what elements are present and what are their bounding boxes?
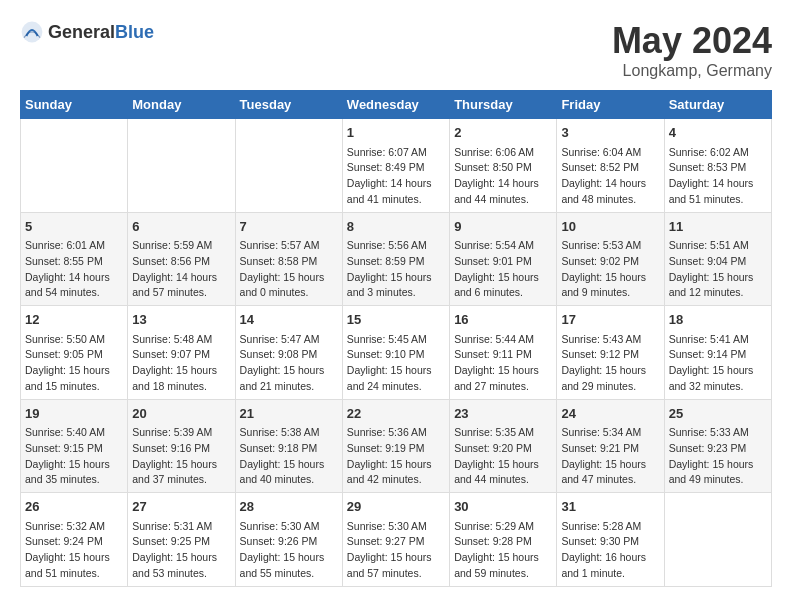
cell-content: Sunrise: 5:45 AMSunset: 9:10 PMDaylight:… bbox=[347, 332, 445, 395]
day-number: 24 bbox=[561, 404, 659, 424]
calendar-table: SundayMondayTuesdayWednesdayThursdayFrid… bbox=[20, 90, 772, 587]
header-saturday: Saturday bbox=[664, 91, 771, 119]
cell-content: Sunrise: 5:33 AMSunset: 9:23 PMDaylight:… bbox=[669, 425, 767, 488]
day-number: 3 bbox=[561, 123, 659, 143]
day-number: 13 bbox=[132, 310, 230, 330]
calendar-cell: 17Sunrise: 5:43 AMSunset: 9:12 PMDayligh… bbox=[557, 306, 664, 400]
day-number: 25 bbox=[669, 404, 767, 424]
cell-content: Sunrise: 5:31 AMSunset: 9:25 PMDaylight:… bbox=[132, 519, 230, 582]
cell-content: Sunrise: 6:01 AMSunset: 8:55 PMDaylight:… bbox=[25, 238, 123, 301]
day-number: 11 bbox=[669, 217, 767, 237]
cell-content: Sunrise: 5:35 AMSunset: 9:20 PMDaylight:… bbox=[454, 425, 552, 488]
header-sunday: Sunday bbox=[21, 91, 128, 119]
day-number: 18 bbox=[669, 310, 767, 330]
logo-general: General bbox=[48, 22, 115, 42]
calendar-cell: 1Sunrise: 6:07 AMSunset: 8:49 PMDaylight… bbox=[342, 119, 449, 213]
cell-content: Sunrise: 5:36 AMSunset: 9:19 PMDaylight:… bbox=[347, 425, 445, 488]
calendar-cell: 3Sunrise: 6:04 AMSunset: 8:52 PMDaylight… bbox=[557, 119, 664, 213]
day-number: 20 bbox=[132, 404, 230, 424]
day-number: 2 bbox=[454, 123, 552, 143]
cell-content: Sunrise: 5:53 AMSunset: 9:02 PMDaylight:… bbox=[561, 238, 659, 301]
day-number: 8 bbox=[347, 217, 445, 237]
cell-content: Sunrise: 5:28 AMSunset: 9:30 PMDaylight:… bbox=[561, 519, 659, 582]
calendar-cell: 25Sunrise: 5:33 AMSunset: 9:23 PMDayligh… bbox=[664, 399, 771, 493]
day-number: 4 bbox=[669, 123, 767, 143]
main-title: May 2024 bbox=[612, 20, 772, 62]
subtitle: Longkamp, Germany bbox=[612, 62, 772, 80]
calendar-cell: 7Sunrise: 5:57 AMSunset: 8:58 PMDaylight… bbox=[235, 212, 342, 306]
day-number: 14 bbox=[240, 310, 338, 330]
calendar-cell: 2Sunrise: 6:06 AMSunset: 8:50 PMDaylight… bbox=[450, 119, 557, 213]
day-number: 5 bbox=[25, 217, 123, 237]
cell-content: Sunrise: 5:39 AMSunset: 9:16 PMDaylight:… bbox=[132, 425, 230, 488]
cell-content: Sunrise: 5:57 AMSunset: 8:58 PMDaylight:… bbox=[240, 238, 338, 301]
calendar-cell: 11Sunrise: 5:51 AMSunset: 9:04 PMDayligh… bbox=[664, 212, 771, 306]
cell-content: Sunrise: 5:40 AMSunset: 9:15 PMDaylight:… bbox=[25, 425, 123, 488]
day-number: 28 bbox=[240, 497, 338, 517]
cell-content: Sunrise: 5:38 AMSunset: 9:18 PMDaylight:… bbox=[240, 425, 338, 488]
cell-content: Sunrise: 6:07 AMSunset: 8:49 PMDaylight:… bbox=[347, 145, 445, 208]
cell-content: Sunrise: 5:56 AMSunset: 8:59 PMDaylight:… bbox=[347, 238, 445, 301]
cell-content: Sunrise: 5:34 AMSunset: 9:21 PMDaylight:… bbox=[561, 425, 659, 488]
cell-content: Sunrise: 6:06 AMSunset: 8:50 PMDaylight:… bbox=[454, 145, 552, 208]
cell-content: Sunrise: 5:44 AMSunset: 9:11 PMDaylight:… bbox=[454, 332, 552, 395]
calendar-cell: 27Sunrise: 5:31 AMSunset: 9:25 PMDayligh… bbox=[128, 493, 235, 587]
calendar-cell: 26Sunrise: 5:32 AMSunset: 9:24 PMDayligh… bbox=[21, 493, 128, 587]
calendar-cell: 20Sunrise: 5:39 AMSunset: 9:16 PMDayligh… bbox=[128, 399, 235, 493]
header-monday: Monday bbox=[128, 91, 235, 119]
day-number: 10 bbox=[561, 217, 659, 237]
week-row-1: 1Sunrise: 6:07 AMSunset: 8:49 PMDaylight… bbox=[21, 119, 772, 213]
calendar-cell: 15Sunrise: 5:45 AMSunset: 9:10 PMDayligh… bbox=[342, 306, 449, 400]
header-thursday: Thursday bbox=[450, 91, 557, 119]
day-number: 29 bbox=[347, 497, 445, 517]
calendar-cell: 18Sunrise: 5:41 AMSunset: 9:14 PMDayligh… bbox=[664, 306, 771, 400]
cell-content: Sunrise: 5:29 AMSunset: 9:28 PMDaylight:… bbox=[454, 519, 552, 582]
cell-content: Sunrise: 5:59 AMSunset: 8:56 PMDaylight:… bbox=[132, 238, 230, 301]
cell-content: Sunrise: 5:30 AMSunset: 9:26 PMDaylight:… bbox=[240, 519, 338, 582]
logo-text: GeneralBlue bbox=[48, 24, 154, 41]
calendar-cell: 22Sunrise: 5:36 AMSunset: 9:19 PMDayligh… bbox=[342, 399, 449, 493]
calendar-cell: 31Sunrise: 5:28 AMSunset: 9:30 PMDayligh… bbox=[557, 493, 664, 587]
day-number: 17 bbox=[561, 310, 659, 330]
calendar-cell: 30Sunrise: 5:29 AMSunset: 9:28 PMDayligh… bbox=[450, 493, 557, 587]
day-number: 26 bbox=[25, 497, 123, 517]
calendar-cell: 28Sunrise: 5:30 AMSunset: 9:26 PMDayligh… bbox=[235, 493, 342, 587]
cell-content: Sunrise: 5:43 AMSunset: 9:12 PMDaylight:… bbox=[561, 332, 659, 395]
day-number: 16 bbox=[454, 310, 552, 330]
header-friday: Friday bbox=[557, 91, 664, 119]
calendar-cell: 14Sunrise: 5:47 AMSunset: 9:08 PMDayligh… bbox=[235, 306, 342, 400]
day-number: 31 bbox=[561, 497, 659, 517]
calendar-cell bbox=[235, 119, 342, 213]
calendar-cell: 21Sunrise: 5:38 AMSunset: 9:18 PMDayligh… bbox=[235, 399, 342, 493]
week-row-4: 19Sunrise: 5:40 AMSunset: 9:15 PMDayligh… bbox=[21, 399, 772, 493]
cell-content: Sunrise: 6:04 AMSunset: 8:52 PMDaylight:… bbox=[561, 145, 659, 208]
header-tuesday: Tuesday bbox=[235, 91, 342, 119]
calendar-cell: 6Sunrise: 5:59 AMSunset: 8:56 PMDaylight… bbox=[128, 212, 235, 306]
day-number: 30 bbox=[454, 497, 552, 517]
title-block: May 2024 Longkamp, Germany bbox=[612, 20, 772, 80]
day-number: 22 bbox=[347, 404, 445, 424]
calendar-cell: 23Sunrise: 5:35 AMSunset: 9:20 PMDayligh… bbox=[450, 399, 557, 493]
cell-content: Sunrise: 6:02 AMSunset: 8:53 PMDaylight:… bbox=[669, 145, 767, 208]
day-number: 6 bbox=[132, 217, 230, 237]
day-number: 7 bbox=[240, 217, 338, 237]
week-row-2: 5Sunrise: 6:01 AMSunset: 8:55 PMDaylight… bbox=[21, 212, 772, 306]
day-number: 12 bbox=[25, 310, 123, 330]
header-wednesday: Wednesday bbox=[342, 91, 449, 119]
cell-content: Sunrise: 5:47 AMSunset: 9:08 PMDaylight:… bbox=[240, 332, 338, 395]
week-row-5: 26Sunrise: 5:32 AMSunset: 9:24 PMDayligh… bbox=[21, 493, 772, 587]
logo-blue: Blue bbox=[115, 22, 154, 42]
logo-icon bbox=[20, 20, 44, 44]
calendar-cell: 29Sunrise: 5:30 AMSunset: 9:27 PMDayligh… bbox=[342, 493, 449, 587]
calendar-cell: 12Sunrise: 5:50 AMSunset: 9:05 PMDayligh… bbox=[21, 306, 128, 400]
calendar-cell bbox=[664, 493, 771, 587]
cell-content: Sunrise: 5:30 AMSunset: 9:27 PMDaylight:… bbox=[347, 519, 445, 582]
week-row-3: 12Sunrise: 5:50 AMSunset: 9:05 PMDayligh… bbox=[21, 306, 772, 400]
calendar-cell bbox=[21, 119, 128, 213]
calendar-cell: 4Sunrise: 6:02 AMSunset: 8:53 PMDaylight… bbox=[664, 119, 771, 213]
calendar-cell: 8Sunrise: 5:56 AMSunset: 8:59 PMDaylight… bbox=[342, 212, 449, 306]
logo: GeneralBlue bbox=[20, 20, 154, 44]
calendar-cell: 10Sunrise: 5:53 AMSunset: 9:02 PMDayligh… bbox=[557, 212, 664, 306]
calendar-cell: 19Sunrise: 5:40 AMSunset: 9:15 PMDayligh… bbox=[21, 399, 128, 493]
calendar-cell: 24Sunrise: 5:34 AMSunset: 9:21 PMDayligh… bbox=[557, 399, 664, 493]
